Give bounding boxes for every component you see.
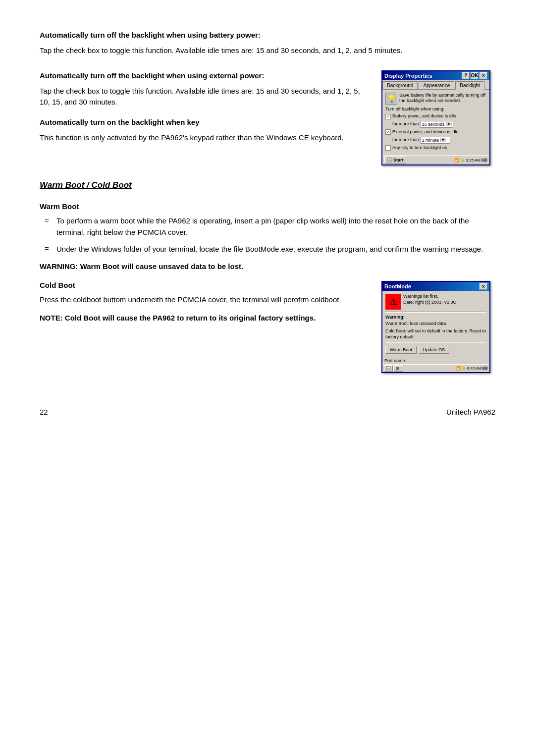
warm-boot-warning: WARNING: Warm Boot will cause unsaved da…	[40, 261, 495, 272]
dialog1-battery-select[interactable]: 15 seconds ▼	[421, 121, 453, 128]
bullet-eq-2: =	[45, 244, 52, 255]
dialog2-content: ⚠ Warnings list first. Date: right (c) 2…	[382, 291, 489, 357]
dialog2-title: BootMode	[384, 283, 411, 289]
external-backlight-text: Automatically turn off the backlight whe…	[40, 70, 367, 149]
dialog1-anykey-checkbox[interactable]	[385, 145, 391, 151]
dialog1-info-text: Save battery life by automatically turni…	[399, 93, 486, 104]
dialog2-port-label: Port name:	[382, 357, 489, 364]
dialog2-separator2	[385, 342, 486, 343]
dialog1-external-select-value: 1 minute	[422, 138, 439, 143]
dialog2-warnings-heading: Warnings list first.	[403, 294, 456, 300]
bootmode-dialog: BootMode × ⚠ Warnings list first. Date: …	[381, 281, 490, 373]
dialog1-tab-backlight[interactable]: Backlight	[455, 81, 484, 90]
warm-cold-title: Warm Boot / Cold Boot	[40, 180, 495, 190]
anykey-body: This function is only activated by the P…	[40, 132, 367, 144]
dialog1-external-select[interactable]: 1 minute ▼	[421, 137, 450, 144]
dialog2-time: 6:40 AM	[467, 366, 482, 371]
dialog2-warning-icon: ⚠	[385, 294, 401, 310]
cold-boot-body: Press the coldboot buttom underneith the…	[40, 294, 367, 306]
warm-boot-button[interactable]: Warm Boot	[385, 346, 417, 354]
dialog1-tabs: Background Appearance Backlight	[382, 80, 489, 90]
dialog2-coldboot-warning: Cold Boot: will set to default in the fa…	[385, 328, 486, 340]
dialog1-close-btn[interactable]: ×	[480, 72, 487, 79]
dialog2-close-btn[interactable]: ×	[480, 283, 487, 290]
dialog1-help-btn[interactable]: ?	[462, 72, 470, 79]
warm-boot-heading: Warm Boot	[40, 202, 495, 211]
dialog1-external-label: External power, and device is idle	[392, 129, 459, 135]
page-footer: 22 Unitech PA962	[40, 403, 495, 416]
dialog2-tray: 📶 🔋 6:40 AM ⌨	[456, 366, 488, 371]
warm-boot-bullet2: = Under the Windows folder of your termi…	[40, 244, 495, 255]
dialog2-tray-icon1: 📶	[456, 366, 461, 371]
dialog2-titlebar: BootMode ×	[382, 282, 489, 291]
dialog1-external-select-arrow[interactable]: ▼	[440, 138, 446, 142]
dialog2-start-btn[interactable]: 🪟	[384, 365, 393, 372]
dialog1-start-btn[interactable]: 🪟 Start	[384, 157, 406, 163]
dialog2-taskbar-icons: 🪟 |E|	[384, 365, 403, 372]
backlight-icon: 💡	[385, 93, 397, 105]
product-name: Unitech PA962	[446, 408, 495, 416]
battery-backlight-heading: Automatically turn off the backlight whe…	[40, 30, 495, 40]
dialog1-start-icon: 🪟	[387, 158, 392, 162]
dialog1-battery-icon: 🔋	[460, 158, 465, 162]
dialog1-signal-icon: 📶	[454, 158, 459, 162]
display-properties-dialog-container: Display Properties ? OK × Background App…	[381, 70, 495, 166]
dialog1-battery-checkbox[interactable]	[385, 114, 391, 119]
display-properties-dialog: Display Properties ? OK × Background App…	[381, 70, 490, 166]
dialog1-keyboard-icon: ⌨	[482, 158, 487, 162]
dialog2-separator1	[385, 312, 486, 313]
cold-boot-note: NOTE: Cold Boot will cause the PA962 to …	[40, 313, 367, 324]
cold-boot-heading: Cold Boot	[40, 281, 367, 289]
dialog2-keyboard-icon: ⌨	[482, 366, 488, 371]
dialog1-ok-btn[interactable]: OK	[471, 72, 479, 79]
dialog1-turnoff-label: Turn off backlight when using:	[385, 107, 486, 112]
dialog2-warmboot-warning: Warm Boot: loss unsaved data	[385, 321, 486, 327]
warm-boot-bullet2-text: Under the Windows folder of your termina…	[56, 244, 483, 255]
update-os-button[interactable]: Update OS	[419, 346, 450, 354]
dialog1-tab-appearance[interactable]: Appearance	[419, 81, 454, 89]
warm-boot-bullet1: = To perform a warm boot while the PA962…	[40, 216, 495, 238]
dialog2-btn-row: Warm Boot Update OS	[385, 346, 486, 354]
section-battery-backlight: Automatically turn off the backlight whe…	[40, 30, 495, 56]
anykey-heading: Automatically turn on the backlight when…	[40, 117, 367, 127]
dialog1-anykey-label: Any-key to turn backlight on	[392, 145, 447, 151]
dialog1-start-label: Start	[393, 158, 404, 162]
dialog1-time: 3:25 AM	[466, 158, 481, 162]
dialog1-external-checkbox[interactable]	[385, 129, 391, 135]
dialog1-battery-formorethan: for more than	[392, 121, 419, 127]
dialog1-battery-select-arrow[interactable]: ▼	[446, 122, 452, 126]
external-backlight-heading: Automatically turn off the backlight whe…	[40, 70, 367, 81]
dialog1-battery-select-row: for more than 15 seconds ▼	[392, 121, 486, 128]
dialog1-title-buttons: ? OK ×	[462, 72, 487, 79]
dialog2-taskbar-item1[interactable]: |E|	[393, 365, 403, 372]
dialog1-external-select-row: for more than 1 minute ▼	[392, 137, 486, 144]
dialog1-anykey-checkbox-row: Any-key to turn backlight on	[385, 145, 486, 151]
dialog1-info-row: 💡 Save battery life by automatically tur…	[385, 93, 486, 105]
dialog1-title: Display Properties	[384, 73, 432, 79]
dialog2-taskbar: 🪟 |E| 📶 🔋 6:40 AM ⌨	[382, 364, 489, 372]
warm-cold-section: Warm Boot / Cold Boot Warm Boot = To per…	[40, 180, 495, 373]
cold-boot-text: Cold Boot Press the coldboot buttom unde…	[40, 281, 367, 324]
dialog2-tray-icon2: 🔋	[462, 366, 467, 371]
bootmode-dialog-container: BootMode × ⚠ Warnings list first. Date: …	[381, 281, 495, 373]
warm-boot-bullet1-text: To perform a warm boot while the PA962 i…	[56, 216, 495, 238]
dialog1-taskbar: 🪟 Start 📶 🔋 3:25 AM ⌨	[382, 155, 489, 164]
dialog1-external-checkbox-row: External power, and device is idle	[385, 129, 486, 135]
page-number: 22	[40, 408, 48, 416]
external-backlight-body: Tap the check box to toggle this functio…	[40, 86, 367, 108]
dialog2-warning-text: Warnings list first. Date: right (c) 200…	[403, 294, 456, 305]
battery-backlight-body: Tap the check box to toggle this functio…	[40, 45, 495, 56]
bullet-eq-1: =	[45, 216, 52, 238]
dialog2-date-text: Date: right (c) 2003, V2.0C	[403, 300, 456, 306]
dialog1-tab-background[interactable]: Background	[382, 81, 418, 89]
dialog1-battery-checkbox-row: Battery power, and device is idle	[385, 113, 486, 119]
dialog1-battery-select-value: 15 seconds	[422, 122, 445, 127]
section-external-backlight: Automatically turn off the backlight whe…	[40, 70, 495, 166]
dialog1-tray: 📶 🔋 3:25 AM ⌨	[454, 158, 487, 162]
dialog2-icon-row: ⚠ Warnings list first. Date: right (c) 2…	[385, 294, 486, 310]
dialog1-content: 💡 Save battery life by automatically tur…	[382, 90, 489, 156]
cold-boot-section: Cold Boot Press the coldboot buttom unde…	[40, 281, 495, 373]
dialog1-battery-label: Battery power, and device is idle	[392, 113, 456, 119]
dialog1-external-formorethan: for more than	[392, 137, 419, 143]
dialog1-titlebar: Display Properties ? OK ×	[382, 71, 489, 80]
